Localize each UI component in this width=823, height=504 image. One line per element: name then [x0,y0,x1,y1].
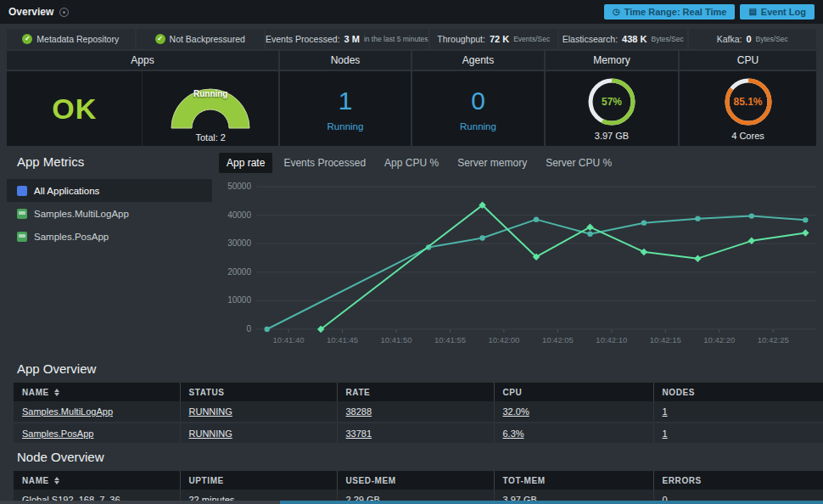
cell-link[interactable]: 32.0% [503,406,529,417]
status-events-processed: Events Processed: 3 M in the last 5 minu… [266,29,428,49]
sidebar-item-posapp[interactable]: Samples.PosApp [7,225,212,248]
app-overview-title: App Overview [17,361,816,376]
apps-ok-status: OK [52,92,97,126]
all-applications-icon [17,186,27,196]
app-metrics-sidebar: App Metrics All Applications Samples.Mul… [7,151,212,356]
footer-strip [0,501,823,504]
node-overview-table: NAMEUPTIMEUSED-MEMTOT-MEMERRORSGlobal.S1… [14,471,823,504]
apps-panel: OK Running Total: 2 [7,71,278,146]
x-axis-label: 10:41:55 [434,335,466,344]
tab-app-cpu[interactable]: App CPU % [377,153,446,173]
agents-panel[interactable]: 0 Running [412,71,544,146]
nodes-panel[interactable]: 1 Running [280,71,411,146]
x-axis-label: 10:42:25 [758,335,789,344]
column-header-used-mem[interactable]: USED-MEM [337,471,494,490]
cell-link[interactable]: 1 [663,428,668,439]
header-agents: Agents [412,51,544,70]
tab-server-cpu[interactable]: Server CPU % [538,153,619,173]
x-axis-label: 10:41:40 [273,335,305,344]
cell-link[interactable]: 38288 [346,406,372,417]
app-overview-section: App Overview NAMESTATUSRATECPUNODESSampl… [7,361,816,445]
cell-link[interactable]: Samples.PosApp [22,428,93,439]
y-axis-label: 10000 [227,295,251,305]
document-icon: ▤ [748,8,756,16]
x-axis-label: 10:41:50 [381,335,412,344]
column-header-name[interactable]: NAME [14,383,180,401]
cell-link[interactable]: 33781 [346,428,372,439]
cell-link[interactable]: RUNNING [189,428,232,439]
column-header-nodes[interactable]: NODES [653,383,823,401]
half-gauge-icon [160,79,261,132]
data-point[interactable] [534,216,539,221]
cell-link[interactable]: Samples.MultiLogApp [22,406,113,417]
info-icon[interactable] [59,8,69,17]
gauge-total: Total: 2 [195,132,225,143]
tab-app-rate[interactable]: App rate [219,153,272,173]
cpu-caption: 4 Cores [731,131,764,141]
app-status-icon [17,209,27,219]
column-header-uptime[interactable]: UPTIME [180,471,337,490]
top-bar: Overview ◷ Time Range: Real Time ▤ Event… [0,0,823,24]
data-point[interactable] [264,327,269,332]
y-axis-label: 20000 [227,267,251,277]
column-header-errors[interactable]: ERRORS [653,471,823,490]
memory-panel[interactable]: 57% 3.97 GB [546,71,678,146]
column-header-tot-mem[interactable]: TOT-MEM [494,471,653,490]
cpu-panel[interactable]: 85.1% 4 Cores [680,71,816,146]
table-row: Samples.MultiLogAppRUNNING3828832.0%1 [14,401,823,423]
sidebar-item-all-applications[interactable]: All Applications [7,179,212,202]
page-title: Overview [8,6,53,18]
app-status-icon [17,232,27,242]
data-point[interactable] [802,229,809,236]
data-point[interactable] [586,223,593,230]
status-backpressure: ✓ Not Backpressured [137,29,265,49]
x-axis-label: 10:41:45 [327,335,358,344]
sort-icon[interactable] [54,477,59,484]
column-header-rate[interactable]: RATE [337,383,494,401]
apps-gauge[interactable]: Running Total: 2 [142,71,277,146]
column-header-name[interactable]: NAME [14,471,180,490]
summary-panels: OK Running Total: 2 1 Running 0 Running [7,71,816,146]
series-line-Samples.PosApp [321,205,805,329]
status-elasticsearch: Elasticsearch: 438 K Bytes/Sec [559,29,687,49]
column-header-status[interactable]: STATUS [180,383,337,401]
x-axis-label: 10:42:00 [488,335,519,344]
tab-server-memory[interactable]: Server memory [450,153,535,173]
time-range-button[interactable]: ◷ Time Range: Real Time [604,4,735,20]
event-log-button[interactable]: ▤ Event Log [740,4,815,20]
check-icon: ✓ [155,34,165,44]
node-overview-title: Node Overview [17,450,816,464]
y-axis-label: 30000 [227,238,251,248]
agents-count: 0 [471,87,485,115]
app-overview-table: NAMESTATUSRATECPUNODESSamples.MultiLogAp… [14,383,823,445]
data-point[interactable] [803,217,808,222]
data-point[interactable] [641,249,647,255]
memory-percent: 57% [587,77,636,126]
app-metrics-section: App Metrics All Applications Samples.Mul… [7,151,816,356]
memory-caption: 3.97 GB [595,131,629,141]
data-point[interactable] [587,232,592,237]
y-axis-label: 0 [246,324,251,333]
sidebar-item-multilogapp[interactable]: Samples.MultiLogApp [7,202,212,225]
check-icon: ✓ [22,34,32,44]
cell-link[interactable]: 6.3% [503,428,524,439]
cell-link[interactable]: RUNNING [189,406,232,417]
x-axis-label: 10:42:05 [542,335,574,344]
data-point[interactable] [695,216,700,221]
data-point[interactable] [694,255,701,261]
y-axis-label: 40000 [227,210,251,220]
nodes-status-label: Running [328,121,364,132]
data-point[interactable] [749,213,754,218]
data-point[interactable] [641,220,647,225]
app-rate-chart[interactable]: 0100002000030000400005000010:41:4010:41:… [219,175,823,353]
gauge-running-label: Running [160,89,261,98]
summary-header-row: Apps Nodes Agents Memory CPU [7,51,816,70]
x-axis-label: 10:42:20 [703,335,735,344]
header-nodes: Nodes [280,51,411,70]
cpu-percent: 85.1% [724,77,773,126]
cell-link[interactable]: 1 [663,406,668,417]
sort-icon[interactable] [54,389,59,396]
tab-events-processed[interactable]: Events Processed [276,153,373,173]
data-point[interactable] [479,235,484,240]
column-header-cpu[interactable]: CPU [494,383,653,401]
